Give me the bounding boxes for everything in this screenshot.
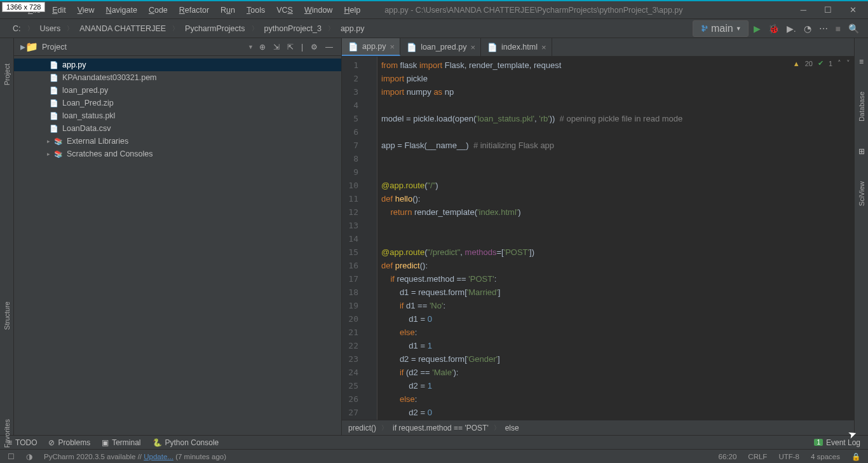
run-button[interactable]: ▶ — [754, 24, 761, 34]
tree-item[interactable]: 📄LoanData.csv — [14, 122, 341, 135]
minimize-button[interactable]: ─ — [801, 5, 806, 15]
close-tab-icon[interactable]: × — [470, 43, 475, 52]
tree-root-item[interactable]: ▸ 📚Scratches and Consoles — [14, 148, 341, 160]
todo-tool-button[interactable]: ≡ TODO — [8, 438, 37, 447]
caret-position[interactable]: 66:20 — [719, 453, 737, 460]
project-panel: ▸📁 Project ▼ ⊕ ⇲ ⇱ | ⚙ — 📄app.py📄KPAnand… — [14, 38, 342, 435]
status-update: PyCharm 2020.3.5 available // Update... … — [44, 453, 226, 460]
maximize-button[interactable]: ☐ — [824, 5, 832, 15]
settings-icon[interactable]: ⚙ — [309, 43, 320, 52]
terminal-tool-button[interactable]: ▣ Terminal — [102, 438, 140, 447]
project-tree[interactable]: 📄app.py📄KPAnandatest030321.pem📄loan_pred… — [14, 56, 341, 163]
file-icon: 📄 — [348, 42, 358, 52]
update-link[interactable]: Update... — [144, 453, 173, 460]
attach-button[interactable]: ⋯ — [819, 24, 828, 34]
menu-refactor[interactable]: Refactor — [174, 4, 214, 17]
editor-tabs: 📄app.py×📄loan_pred.py×📄index.html× — [342, 38, 854, 57]
tree-item[interactable]: 📄app.py — [14, 59, 341, 71]
down-icon[interactable]: ˅ — [846, 59, 850, 67]
profile-button[interactable]: ◔ — [804, 24, 811, 34]
tree-item[interactable]: 📄loan_pred.py — [14, 84, 341, 97]
tree-item[interactable]: 📄loan_status.pkl — [14, 109, 341, 122]
close-tab-icon[interactable]: × — [390, 42, 395, 52]
tree-item[interactable]: 📄KPAnandatest030321.pem — [14, 71, 341, 84]
project-tool-button[interactable]: Project — [3, 64, 11, 85]
sci-icon[interactable]: ⊞ — [858, 147, 865, 156]
file-icon: 📄 — [50, 112, 58, 120]
file-icon: 📄 — [50, 99, 58, 107]
lock-icon[interactable]: 🔒 — [851, 452, 860, 461]
file-icon: 📄 — [50, 61, 58, 69]
right-tool-stripe: ≡ Database ⊞ SciView — [854, 38, 868, 435]
python-icon — [700, 24, 709, 33]
code-area[interactable]: ▲20 ✔1 ˄ ˅ 12345678910111213141516171819… — [342, 57, 854, 420]
favorites-tool-button[interactable]: Favorites — [3, 419, 11, 448]
project-panel-header: ▸📁 Project ▼ ⊕ ⇲ ⇱ | ⚙ — — [14, 38, 341, 56]
crumb-users[interactable]: Users — [36, 23, 65, 34]
dimensions-tooltip: 868 x 463 — [2, 2, 45, 12]
editor-panel: 📄app.py×📄loan_pred.py×📄index.html× ▲20 ✔… — [342, 38, 854, 435]
file-icon: 📄 — [50, 74, 58, 82]
run-config-selector[interactable]: main ▼ — [693, 20, 749, 37]
bottom-tool-stripe: ≡ TODO ⊘ Problems ▣ Terminal 🐍 Python Co… — [0, 435, 868, 449]
file-icon: 📄 — [50, 125, 58, 133]
sciview-tool-button[interactable]: SciView — [858, 181, 865, 206]
editor-tab[interactable]: 📄app.py× — [342, 38, 400, 56]
tool-windows-icon[interactable]: ☐ — [8, 452, 15, 461]
search-everywhere-button[interactable]: 🔍 — [848, 24, 859, 34]
code-editor[interactable]: from flask import Flask, render_template… — [377, 57, 854, 420]
tree-root-item[interactable]: ▸ 📚External Libraries — [14, 135, 341, 148]
crumb-projects[interactable]: PycharmProjects — [181, 23, 248, 34]
dropdown-icon: ▼ — [736, 25, 742, 32]
editor-tab[interactable]: 📄loan_pred.py× — [400, 38, 481, 56]
python-console-tool-button[interactable]: 🐍 Python Console — [153, 438, 219, 447]
line-separator[interactable]: CRLF — [748, 453, 767, 460]
fold-gutter[interactable] — [370, 57, 377, 420]
menu-view[interactable]: View — [72, 4, 100, 17]
warning-icon: ▲ — [793, 60, 800, 67]
editor-tab[interactable]: 📄index.html× — [481, 38, 552, 56]
menu-code[interactable]: Code — [144, 4, 173, 17]
debug-button[interactable]: 🐞 — [768, 24, 779, 34]
encoding[interactable]: UTF-8 — [778, 453, 799, 460]
crumb-drive[interactable]: C: — [9, 23, 25, 34]
panel-title[interactable]: Project — [42, 43, 244, 52]
line-gutter: 1234567891011121314151617181920212223242… — [342, 57, 370, 420]
menu-edit[interactable]: Edit — [47, 4, 71, 17]
menu-tools[interactable]: Tools — [241, 4, 270, 17]
run-coverage-button[interactable]: ▶. — [787, 24, 796, 34]
tree-item[interactable]: 📄Loan_Pred.zip — [14, 97, 341, 109]
collapse-all-icon[interactable]: ⇱ — [285, 43, 295, 52]
database-tool-button[interactable]: Database — [858, 92, 865, 121]
hide-icon[interactable]: — — [323, 43, 335, 52]
menu-vcs[interactable]: VCS — [271, 4, 298, 17]
run-config-label: main — [711, 23, 733, 34]
titlebar: File Edit View Navigate Code Refactor Ru… — [0, 0, 868, 19]
problems-tool-button[interactable]: ⊘ Problems — [48, 438, 90, 447]
locate-icon[interactable]: ⊕ — [257, 43, 268, 52]
file-icon: 📄 — [50, 86, 58, 95]
divider: | — [299, 43, 305, 52]
menu-run[interactable]: Run — [215, 4, 240, 17]
menu-navigate[interactable]: Navigate — [101, 4, 142, 17]
file-icon: 📄 — [407, 43, 417, 52]
processes-icon[interactable]: ◑ — [26, 452, 32, 461]
close-tab-icon[interactable]: × — [541, 43, 546, 52]
crumb-project[interactable]: pythonProject_3 — [261, 23, 325, 34]
chevron-down-icon[interactable]: ▼ — [248, 44, 254, 50]
code-breadcrumb[interactable]: predict()〉 if request.method == 'POST'〉 … — [342, 420, 854, 435]
inspection-indicators[interactable]: ▲20 ✔1 ˄ ˅ — [793, 59, 850, 67]
close-button[interactable]: ✕ — [850, 5, 857, 15]
crumb-file[interactable]: app.py — [337, 23, 369, 34]
stop-button[interactable]: ■ — [836, 24, 841, 34]
expand-all-icon[interactable]: ⇲ — [271, 43, 281, 52]
menu-help[interactable]: Help — [339, 4, 365, 17]
db-icon[interactable]: ≡ — [859, 57, 864, 66]
indent[interactable]: 4 spaces — [811, 453, 840, 460]
structure-tool-button[interactable]: Structure — [3, 301, 11, 330]
main-menu: File Edit View Navigate Code Refactor Ru… — [23, 4, 365, 17]
menu-window[interactable]: Window — [299, 4, 337, 17]
crumb-user[interactable]: ANANDA CHATTERJEE — [76, 23, 170, 34]
up-icon[interactable]: ˄ — [837, 59, 841, 67]
ok-icon: ✔ — [818, 59, 824, 67]
